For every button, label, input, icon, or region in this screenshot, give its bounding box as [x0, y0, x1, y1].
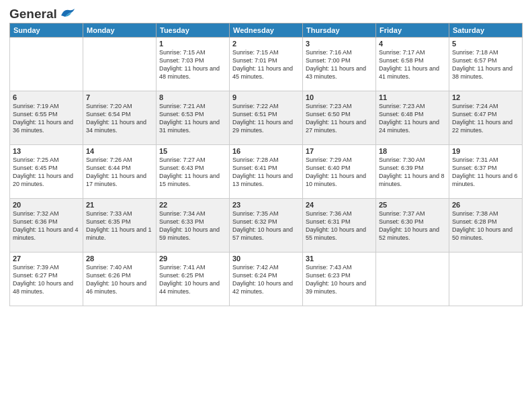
day-number: 24 [306, 201, 373, 209]
day-number: 15 [159, 147, 226, 155]
calendar-cell: 26Sunrise: 7:38 AM Sunset: 6:28 PM Dayli… [449, 199, 523, 253]
calendar-cell: 21Sunrise: 7:33 AM Sunset: 6:35 PM Dayli… [83, 199, 157, 253]
day-info: Sunrise: 7:24 AM Sunset: 6:47 PM Dayligh… [452, 102, 519, 135]
calendar-cell: 20Sunrise: 7:32 AM Sunset: 6:36 PM Dayli… [10, 199, 83, 253]
day-info: Sunrise: 7:20 AM Sunset: 6:54 PM Dayligh… [86, 102, 153, 135]
day-number: 26 [452, 201, 519, 209]
calendar-day-header: Saturday [449, 24, 523, 38]
calendar-cell: 28Sunrise: 7:40 AM Sunset: 6:26 PM Dayli… [83, 253, 157, 306]
calendar-cell: 3Sunrise: 7:16 AM Sunset: 7:00 PM Daylig… [303, 38, 376, 91]
logo: General [9, 7, 76, 19]
day-info: Sunrise: 7:22 AM Sunset: 6:51 PM Dayligh… [232, 102, 300, 135]
day-info: Sunrise: 7:25 AM Sunset: 6:45 PM Dayligh… [13, 156, 80, 189]
day-info: Sunrise: 7:43 AM Sunset: 6:23 PM Dayligh… [306, 263, 373, 296]
day-number: 13 [13, 147, 80, 155]
day-info: Sunrise: 7:38 AM Sunset: 6:28 PM Dayligh… [452, 210, 519, 242]
day-number: 5 [452, 40, 519, 48]
logo-bird-icon [58, 7, 76, 18]
day-number: 20 [13, 201, 80, 209]
calendar-cell: 18Sunrise: 7:30 AM Sunset: 6:39 PM Dayli… [376, 145, 449, 199]
page: General SundayMondayTuesdayWednesdayThur… [0, 0, 532, 411]
day-info: Sunrise: 7:23 AM Sunset: 6:48 PM Dayligh… [379, 102, 446, 135]
day-number: 30 [232, 255, 300, 263]
calendar-day-header: Tuesday [157, 24, 230, 38]
day-number: 28 [86, 255, 153, 263]
calendar-cell: 1Sunrise: 7:15 AM Sunset: 7:03 PM Daylig… [157, 38, 230, 91]
calendar-day-header: Wednesday [230, 24, 303, 38]
day-number: 4 [379, 40, 446, 48]
calendar-cell: 24Sunrise: 7:36 AM Sunset: 6:31 PM Dayli… [303, 199, 376, 253]
day-info: Sunrise: 7:28 AM Sunset: 6:41 PM Dayligh… [232, 156, 300, 189]
calendar-cell: 4Sunrise: 7:17 AM Sunset: 6:58 PM Daylig… [376, 38, 449, 91]
day-info: Sunrise: 7:33 AM Sunset: 6:35 PM Dayligh… [86, 210, 153, 242]
calendar-cell: 12Sunrise: 7:24 AM Sunset: 6:47 PM Dayli… [449, 91, 523, 145]
day-number: 12 [452, 93, 519, 101]
day-number: 7 [86, 93, 153, 101]
calendar-cell: 6Sunrise: 7:19 AM Sunset: 6:55 PM Daylig… [10, 91, 83, 145]
calendar-cell [83, 38, 157, 91]
calendar-cell: 30Sunrise: 7:42 AM Sunset: 6:24 PM Dayli… [230, 253, 303, 306]
day-number: 22 [159, 201, 226, 209]
calendar-week-row: 27Sunrise: 7:39 AM Sunset: 6:27 PM Dayli… [10, 253, 523, 306]
calendar-week-row: 1Sunrise: 7:15 AM Sunset: 7:03 PM Daylig… [10, 38, 523, 91]
day-number: 31 [306, 255, 373, 263]
day-number: 27 [13, 255, 80, 263]
calendar-day-header: Monday [83, 24, 157, 38]
calendar-day-header: Thursday [303, 24, 376, 38]
day-number: 21 [86, 201, 153, 209]
calendar-cell: 16Sunrise: 7:28 AM Sunset: 6:41 PM Dayli… [230, 145, 303, 199]
day-info: Sunrise: 7:15 AM Sunset: 7:03 PM Dayligh… [159, 48, 226, 81]
day-number: 29 [159, 255, 226, 263]
day-number: 19 [452, 147, 519, 155]
calendar-cell: 14Sunrise: 7:26 AM Sunset: 6:44 PM Dayli… [83, 145, 157, 199]
day-info: Sunrise: 7:26 AM Sunset: 6:44 PM Dayligh… [86, 156, 153, 189]
calendar-cell [449, 253, 523, 306]
calendar-cell: 23Sunrise: 7:35 AM Sunset: 6:32 PM Dayli… [230, 199, 303, 253]
day-info: Sunrise: 7:40 AM Sunset: 6:26 PM Dayligh… [86, 263, 153, 296]
calendar-cell: 5Sunrise: 7:18 AM Sunset: 6:57 PM Daylig… [449, 38, 523, 91]
day-number: 16 [232, 147, 300, 155]
calendar-cell: 17Sunrise: 7:29 AM Sunset: 6:40 PM Dayli… [303, 145, 376, 199]
day-number: 1 [159, 40, 226, 48]
day-number: 6 [13, 93, 80, 101]
calendar-cell: 10Sunrise: 7:23 AM Sunset: 6:50 PM Dayli… [303, 91, 376, 145]
day-info: Sunrise: 7:30 AM Sunset: 6:39 PM Dayligh… [379, 156, 446, 189]
day-info: Sunrise: 7:19 AM Sunset: 6:55 PM Dayligh… [13, 102, 80, 135]
calendar-week-row: 6Sunrise: 7:19 AM Sunset: 6:55 PM Daylig… [10, 91, 523, 145]
calendar-cell: 8Sunrise: 7:21 AM Sunset: 6:53 PM Daylig… [157, 91, 230, 145]
calendar-day-header: Friday [376, 24, 449, 38]
day-number: 17 [306, 147, 373, 155]
day-info: Sunrise: 7:32 AM Sunset: 6:36 PM Dayligh… [13, 210, 80, 242]
day-info: Sunrise: 7:35 AM Sunset: 6:32 PM Dayligh… [232, 210, 300, 242]
day-info: Sunrise: 7:36 AM Sunset: 6:31 PM Dayligh… [306, 210, 373, 242]
calendar-cell [10, 38, 83, 91]
calendar-day-header: Sunday [10, 24, 83, 38]
day-info: Sunrise: 7:42 AM Sunset: 6:24 PM Dayligh… [232, 263, 300, 296]
day-number: 9 [232, 93, 300, 101]
day-number: 25 [379, 201, 446, 209]
day-info: Sunrise: 7:27 AM Sunset: 6:43 PM Dayligh… [159, 156, 226, 189]
calendar-cell: 13Sunrise: 7:25 AM Sunset: 6:45 PM Dayli… [10, 145, 83, 199]
day-number: 8 [159, 93, 226, 101]
day-info: Sunrise: 7:37 AM Sunset: 6:30 PM Dayligh… [379, 210, 446, 242]
calendar-cell: 31Sunrise: 7:43 AM Sunset: 6:23 PM Dayli… [303, 253, 376, 306]
calendar-cell [376, 253, 449, 306]
day-info: Sunrise: 7:31 AM Sunset: 6:37 PM Dayligh… [452, 156, 519, 189]
calendar-header-row: SundayMondayTuesdayWednesdayThursdayFrid… [10, 24, 523, 38]
day-number: 3 [306, 40, 373, 48]
calendar-cell: 27Sunrise: 7:39 AM Sunset: 6:27 PM Dayli… [10, 253, 83, 306]
calendar-cell: 25Sunrise: 7:37 AM Sunset: 6:30 PM Dayli… [376, 199, 449, 253]
day-number: 2 [232, 40, 300, 48]
calendar-week-row: 20Sunrise: 7:32 AM Sunset: 6:36 PM Dayli… [10, 199, 523, 253]
calendar-cell: 19Sunrise: 7:31 AM Sunset: 6:37 PM Dayli… [449, 145, 523, 199]
day-number: 18 [379, 147, 446, 155]
calendar-cell: 22Sunrise: 7:34 AM Sunset: 6:33 PM Dayli… [157, 199, 230, 253]
day-info: Sunrise: 7:23 AM Sunset: 6:50 PM Dayligh… [306, 102, 373, 135]
logo-general-text: General [9, 7, 57, 21]
day-info: Sunrise: 7:39 AM Sunset: 6:27 PM Dayligh… [13, 263, 80, 296]
calendar-cell: 15Sunrise: 7:27 AM Sunset: 6:43 PM Dayli… [157, 145, 230, 199]
day-info: Sunrise: 7:17 AM Sunset: 6:58 PM Dayligh… [379, 48, 446, 81]
day-number: 10 [306, 93, 373, 101]
day-number: 11 [379, 93, 446, 101]
day-info: Sunrise: 7:21 AM Sunset: 6:53 PM Dayligh… [159, 102, 226, 135]
